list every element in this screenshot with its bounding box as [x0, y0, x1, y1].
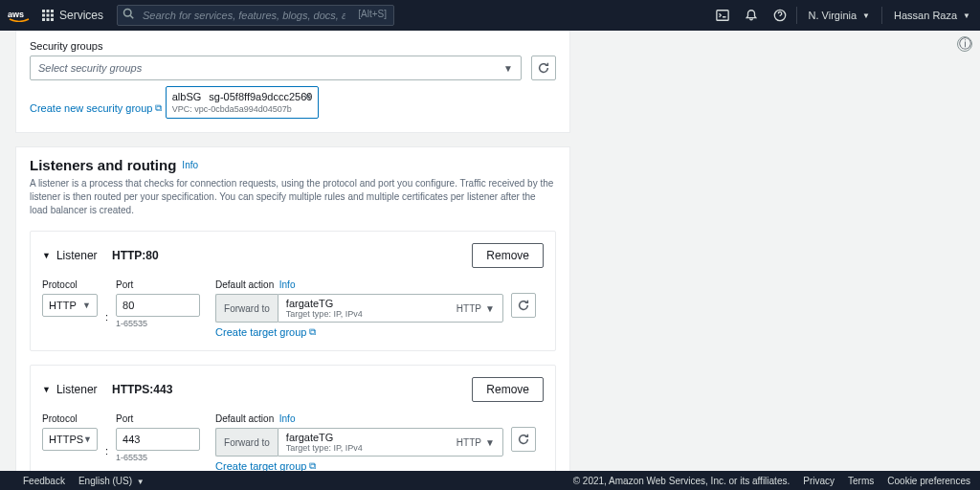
remove-listener-button[interactable]: Remove [472, 377, 544, 402]
listeners-info-link[interactable]: Info [182, 160, 198, 170]
svg-rect-4 [42, 14, 45, 17]
svg-line-11 [130, 15, 133, 18]
svg-rect-6 [51, 14, 54, 17]
chevron-down-icon: ▼ [503, 63, 513, 74]
sg-label: Security groups [30, 40, 556, 52]
create-sg-link[interactable]: Create new security group⧉ [30, 102, 162, 114]
chevron-down-icon: ▼ [862, 11, 870, 20]
external-link-icon: ⧉ [155, 102, 162, 114]
chevron-down-icon: ▼ [485, 303, 495, 314]
chevron-down-icon: ▼ [485, 437, 495, 448]
remove-listener-button[interactable]: Remove [472, 243, 544, 268]
sg-select[interactable]: Select security groups ▼ [30, 56, 522, 80]
refresh-sg-button[interactable] [531, 56, 556, 80]
account-menu[interactable]: Hassan Raza▼ [884, 10, 980, 21]
listener-http-80: ▼Listener HTTP:80 Remove Protocol HTTP▼ … [30, 231, 556, 351]
global-search[interactable]: [Alt+S] [117, 5, 394, 26]
target-group-select[interactable]: fargateTGTarget type: IP, IPv4 HTTP▼ [278, 428, 503, 457]
grid-icon [42, 10, 54, 21]
svg-point-10 [124, 10, 132, 17]
svg-rect-5 [47, 14, 50, 17]
create-target-group-link[interactable]: Create target group⧉ [215, 326, 316, 338]
svg-rect-9 [51, 18, 54, 21]
search-icon [122, 8, 134, 22]
top-nav: aws Services [Alt+S] N. Virginia▼ Hassan… [0, 0, 980, 31]
copyright: © 2021, Amazon Web Services, Inc. or its… [573, 476, 791, 486]
cloudshell-icon[interactable] [708, 9, 737, 22]
protocol-select[interactable]: HTTPS▼ [42, 428, 98, 451]
terms-link[interactable]: Terms [848, 476, 874, 486]
chevron-down-icon: ▼ [83, 434, 92, 444]
language-selector[interactable]: English (US) ▼ [78, 476, 145, 486]
svg-rect-8 [47, 18, 50, 21]
privacy-link[interactable]: Privacy [803, 476, 835, 486]
services-menu[interactable]: Services [33, 9, 113, 22]
svg-text:aws: aws [8, 10, 24, 19]
feedback-link[interactable]: Feedback [23, 476, 65, 486]
port-input[interactable]: 80 [116, 294, 200, 317]
chevron-down-icon: ▼ [963, 11, 970, 20]
listener-https-443: ▼Listener HTTPS:443 Remove Protocol HTTP… [30, 365, 556, 485]
svg-rect-12 [716, 11, 727, 21]
target-group-select[interactable]: fargateTGTarget type: IP, IPv4 HTTP▼ [278, 294, 503, 323]
listeners-title: Listeners and routing [30, 157, 176, 173]
sg-tag: albSGsg-05f8ff9a9dccc2569 VPC: vpc-0cbda… [166, 86, 320, 119]
notifications-icon[interactable] [737, 9, 766, 22]
protocol-select[interactable]: HTTP▼ [42, 294, 98, 317]
remove-tag-icon[interactable]: ✕ [303, 91, 312, 103]
region-selector[interactable]: N. Virginia▼ [799, 10, 880, 21]
action-info-link[interactable]: Info [279, 279, 296, 290]
svg-rect-7 [42, 18, 45, 21]
security-groups-panel: Security groups Select security groups ▼… [15, 31, 570, 133]
footer: Feedback English (US) ▼ © 2021, Amazon W… [0, 471, 980, 490]
external-link-icon: ⧉ [309, 326, 316, 338]
action-info-link[interactable]: Info [279, 413, 296, 424]
cookies-link[interactable]: Cookie preferences [887, 476, 970, 486]
port-input[interactable]: 443 [116, 428, 200, 451]
services-label: Services [59, 9, 103, 22]
listeners-desc: A listener is a process that checks for … [30, 177, 556, 217]
svg-rect-2 [47, 10, 50, 12]
forward-to-label: Forward to [215, 428, 278, 457]
forward-to-label: Forward to [215, 294, 278, 323]
svg-rect-3 [51, 10, 54, 12]
help-icon[interactable] [766, 9, 794, 22]
refresh-tg-button[interactable] [511, 293, 536, 318]
collapse-icon[interactable]: ▼ [42, 385, 51, 394]
aws-logo[interactable]: aws [6, 9, 33, 22]
listeners-panel: Listeners and routing Info A listener is… [15, 146, 570, 490]
refresh-tg-button[interactable] [511, 427, 536, 452]
collapse-icon[interactable]: ▼ [42, 251, 51, 260]
info-panel-toggle[interactable]: ⓘ [957, 36, 972, 52]
svg-rect-1 [42, 10, 45, 12]
chevron-down-icon: ▼ [82, 301, 91, 310]
search-shortcut: [Alt+S] [358, 9, 387, 19]
chevron-down-icon: ▼ [137, 478, 145, 486]
search-input[interactable] [117, 5, 394, 26]
